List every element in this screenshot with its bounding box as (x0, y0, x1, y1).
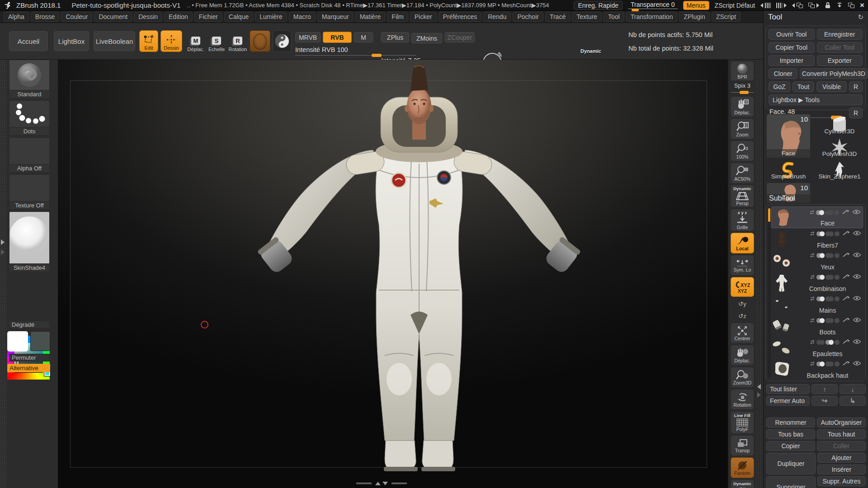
left-divider-arrows[interactable] (1, 239, 5, 255)
minimize-icon[interactable] (836, 3, 843, 8)
uv-toggle[interactable] (836, 210, 839, 215)
visibility-toggle[interactable] (818, 318, 825, 323)
goz-button[interactable]: GoZ (769, 81, 790, 92)
uv-toggle[interactable] (836, 275, 840, 280)
xyz-button[interactable]: XYZXYZ (731, 277, 754, 297)
close-icon[interactable]: × (860, 1, 864, 9)
subtool-thumbnail[interactable] (771, 358, 792, 380)
brush-preview[interactable] (250, 30, 270, 52)
list-all-button[interactable]: Tout lister (766, 384, 810, 394)
visibility-toggle[interactable] (818, 340, 825, 345)
insert-button[interactable]: Insérer (817, 465, 866, 474)
antialiased-half-button[interactable]: AC50% (731, 163, 754, 183)
transparency-button[interactable]: Transp (731, 435, 754, 456)
subtool-thumbnail[interactable] (771, 250, 792, 272)
menu-texture[interactable]: Texture (572, 12, 602, 22)
flip-icon[interactable] (810, 251, 816, 259)
menu-matière[interactable]: Matière (355, 12, 386, 22)
menu-zplugin[interactable]: ZPlugin (679, 12, 709, 22)
polymesh3d-tool[interactable]: PolyMesh3D (813, 136, 866, 158)
subtool-row-yeux[interactable]: Yeux (771, 250, 863, 272)
subtool-shift-down-button[interactable]: ↳ (840, 396, 866, 406)
polypaint-toggle[interactable] (827, 275, 834, 280)
main-color-swatch[interactable] (7, 331, 28, 352)
subtool-row-backpack-haut[interactable]: Backpack haut (771, 358, 863, 380)
menu-alpha[interactable]: Alpha (4, 12, 29, 22)
flip-icon[interactable] (810, 316, 816, 324)
eye-icon[interactable] (853, 316, 861, 324)
polypaint-brush-icon[interactable] (842, 273, 850, 281)
edit-mode-button[interactable]: Edit (139, 30, 158, 52)
uv-toggle[interactable] (836, 340, 840, 345)
material-preview[interactable] (273, 30, 292, 52)
zsub-button[interactable]: ZMoins (411, 33, 442, 43)
local-symmetry-button[interactable]: Local (731, 233, 754, 253)
rgb-intensity-knob[interactable] (372, 54, 382, 57)
draw-mode-button[interactable]: Dessin (160, 30, 182, 52)
panels-left-icon[interactable] (792, 3, 803, 8)
polypaint-toggle[interactable] (827, 231, 834, 236)
right-divider[interactable] (756, 60, 763, 488)
menu-zscript[interactable]: ZScript (712, 12, 741, 22)
subtool-thumbnail[interactable] (771, 228, 792, 250)
bpr-render-button[interactable]: BPR (731, 61, 754, 81)
lightbox-tools-button[interactable]: Lightbox ▶ Tools (769, 94, 863, 105)
subtool-up-button[interactable]: ↑ (811, 384, 838, 394)
left-divider[interactable] (0, 60, 6, 488)
simplebrush-tool[interactable]: SimpleBrush (766, 160, 811, 180)
subtool-scroll-thumb[interactable] (768, 208, 770, 222)
visibility-toggle[interactable] (818, 361, 825, 366)
ghost-button[interactable]: Fantom (731, 457, 754, 478)
polyframe-button[interactable]: Line FillPolyF (731, 411, 754, 434)
active-tool-thumbnail[interactable]: 10 Face (766, 114, 811, 158)
liveboolean-button[interactable]: LiveBoolean (94, 31, 135, 51)
menus-button[interactable]: Menus (683, 1, 709, 10)
m-button[interactable]: M (354, 32, 373, 42)
switch-color-button[interactable]: Permuter (9, 354, 50, 361)
menu-pochoir[interactable]: Pochoir (513, 12, 543, 22)
panels-right-icon[interactable] (808, 3, 819, 8)
lock-icon[interactable] (825, 2, 831, 9)
cylinder3d-tool[interactable]: Cylinder3D (813, 114, 866, 135)
polypaint-toggle[interactable] (827, 296, 834, 301)
goz-r-button[interactable]: R (849, 81, 863, 92)
subtool-row-combinaison[interactable]: Combinaison (771, 272, 863, 293)
polypaint-toggle[interactable] (827, 340, 834, 345)
scale-mode-button[interactable]: S Echelle (207, 30, 226, 52)
flip-icon[interactable] (810, 360, 816, 368)
polypaint-toggle[interactable] (827, 253, 834, 258)
auto-close-button[interactable]: Fermer Auto (766, 396, 810, 406)
visibility-toggle[interactable] (818, 231, 825, 236)
paste-tool-button[interactable]: Coller Tool (817, 42, 863, 53)
transparence-knob[interactable] (632, 9, 639, 11)
current-brush-tile[interactable]: Standard (9, 60, 50, 99)
zcut-button[interactable]: ZCouper (445, 32, 475, 42)
eye-icon[interactable] (853, 251, 861, 259)
flip-icon[interactable] (810, 295, 816, 303)
current-material-tile[interactable]: SkinShade4 (9, 211, 50, 272)
subtool-scrollbar[interactable] (768, 207, 771, 378)
goz-visible-button[interactable]: Visible (816, 81, 847, 92)
save-tool-button[interactable]: Enregistrer (817, 29, 863, 40)
actual-size-button[interactable]: x1100% (731, 141, 754, 161)
menu-tracé[interactable]: Tracé (545, 12, 570, 22)
subtool-thumbnail[interactable] (771, 272, 792, 293)
all-low-button[interactable]: Tous bas (766, 429, 815, 439)
rotate-mode-button[interactable]: R Rotation (227, 30, 248, 52)
flip-icon[interactable] (810, 273, 816, 281)
menu-dessin[interactable]: Dessin (134, 12, 162, 22)
eye-icon[interactable] (852, 208, 861, 216)
make-polymesh-button[interactable]: Convertir PolyMesh3D (800, 68, 868, 79)
quick-save-button[interactable]: Enreg. Rapide (574, 1, 623, 10)
menu-film[interactable]: Film (387, 12, 408, 22)
scroll-up-icon[interactable] (375, 482, 381, 485)
solo-button[interactable]: DynamicSolo (731, 479, 754, 488)
subtool-row-face[interactable]: Face (771, 206, 863, 228)
polypaint-brush-icon[interactable] (842, 360, 850, 368)
menu-tool[interactable]: Tool (604, 12, 624, 22)
subtool-row-epaulettes[interactable]: Epaulettes (771, 337, 863, 358)
visibility-toggle[interactable] (818, 296, 825, 301)
polypaint-brush-icon[interactable] (842, 338, 850, 346)
secondary-color-swatch[interactable] (30, 331, 50, 351)
uv-toggle[interactable] (836, 231, 840, 236)
